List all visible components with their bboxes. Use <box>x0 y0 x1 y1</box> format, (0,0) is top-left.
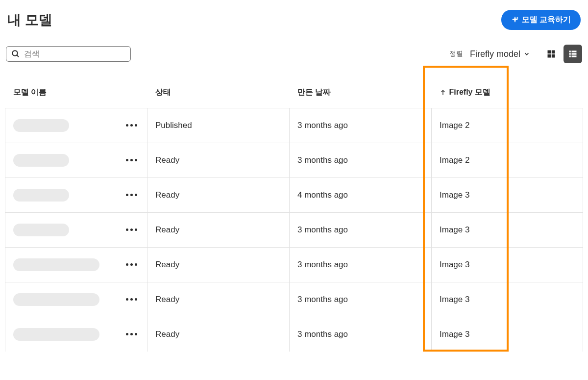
status-cell: Ready <box>147 177 290 212</box>
svg-rect-3 <box>552 51 555 54</box>
more-actions-button[interactable] <box>124 157 139 163</box>
firefly-model-cell: Image 3 <box>432 247 583 282</box>
list-view-button[interactable] <box>564 45 582 63</box>
page-title: 내 모델 <box>7 11 52 29</box>
column-header-model[interactable]: Firefly 모델 <box>432 80 583 108</box>
table-row: Published3 months agoImage 2 <box>5 108 583 143</box>
model-name-placeholder <box>13 154 69 167</box>
firefly-model-cell: Image 3 <box>432 177 583 212</box>
sort-selected-value: Firefly model <box>470 49 520 59</box>
chevron-down-icon <box>523 51 530 57</box>
sort-select[interactable]: Firefly model <box>470 49 530 59</box>
more-actions-button[interactable] <box>124 261 139 268</box>
table-row: Ready3 months agoImage 3 <box>5 282 583 317</box>
model-name-placeholder <box>13 258 99 271</box>
table-row: Ready3 months agoImage 3 <box>5 247 583 282</box>
train-model-button[interactable]: 모델 교육하기 <box>501 10 581 30</box>
firefly-model-cell: Image 2 <box>432 143 583 177</box>
column-header-status[interactable]: 상태 <box>147 80 290 108</box>
status-cell: Ready <box>147 317 290 352</box>
more-actions-button[interactable] <box>124 227 139 233</box>
created-cell: 3 months ago <box>290 108 432 143</box>
svg-rect-10 <box>569 55 571 57</box>
status-cell: Ready <box>147 143 290 177</box>
status-cell: Ready <box>147 212 290 247</box>
table-row: Ready4 months agoImage 3 <box>5 177 583 212</box>
column-header-name[interactable]: 모델 이름 <box>5 80 147 108</box>
sparkle-icon <box>511 16 519 24</box>
model-name-placeholder <box>13 293 99 306</box>
created-cell: 3 months ago <box>290 247 432 282</box>
model-name-placeholder <box>13 328 99 341</box>
firefly-model-cell: Image 3 <box>432 282 583 317</box>
more-actions-button[interactable] <box>124 296 139 303</box>
firefly-model-cell: Image 3 <box>432 317 583 352</box>
svg-point-0 <box>12 51 18 56</box>
svg-rect-5 <box>552 54 555 58</box>
more-actions-button[interactable] <box>124 192 139 198</box>
created-cell: 3 months ago <box>290 317 432 352</box>
search-icon <box>11 50 20 58</box>
model-name-placeholder <box>13 224 69 236</box>
created-cell: 3 months ago <box>290 143 432 177</box>
grid-icon <box>546 49 556 59</box>
list-icon <box>568 49 578 59</box>
arrow-up-icon <box>440 89 446 96</box>
more-actions-button[interactable] <box>124 122 139 128</box>
svg-rect-11 <box>572 55 577 57</box>
svg-rect-2 <box>548 51 551 54</box>
svg-rect-7 <box>572 51 577 52</box>
svg-rect-8 <box>569 53 571 54</box>
search-input[interactable] <box>24 50 125 58</box>
status-cell: Ready <box>147 282 290 317</box>
svg-rect-9 <box>572 53 577 54</box>
grid-view-button[interactable] <box>542 45 561 63</box>
svg-rect-6 <box>569 51 571 52</box>
sort-label: 정렬 <box>449 50 463 58</box>
created-cell: 4 months ago <box>290 177 432 212</box>
table-row: Ready3 months agoImage 2 <box>5 143 583 177</box>
created-cell: 3 months ago <box>290 282 432 317</box>
firefly-model-cell: Image 2 <box>432 108 583 143</box>
model-name-placeholder <box>13 119 69 132</box>
svg-rect-4 <box>548 54 551 58</box>
more-actions-button[interactable] <box>124 331 139 337</box>
column-header-model-label: Firefly 모델 <box>449 87 490 98</box>
train-model-label: 모델 교육하기 <box>522 15 571 25</box>
table-row: Ready3 months agoImage 3 <box>5 212 583 247</box>
search-box[interactable] <box>6 46 131 62</box>
table-container: 모델 이름 상태 만든 날짜 Firefly 모델 Published3 mon… <box>5 80 583 352</box>
firefly-model-cell: Image 3 <box>432 212 583 247</box>
created-cell: 3 months ago <box>290 212 432 247</box>
status-cell: Ready <box>147 247 290 282</box>
svg-line-1 <box>17 55 19 57</box>
table-row: Ready3 months agoImage 3 <box>5 317 583 352</box>
column-header-created[interactable]: 만든 날짜 <box>290 80 432 108</box>
status-cell: Published <box>147 108 290 143</box>
models-table: 모델 이름 상태 만든 날짜 Firefly 모델 Published3 mon… <box>5 80 583 352</box>
model-name-placeholder <box>13 189 69 202</box>
